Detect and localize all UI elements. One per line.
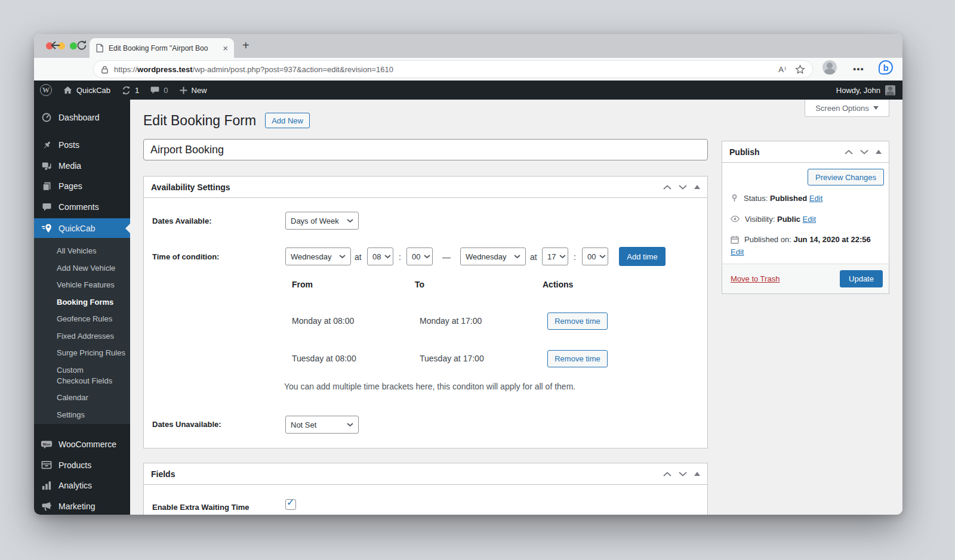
media-icon [41, 160, 53, 171]
move-to-trash-link[interactable]: Move to Trash [731, 274, 780, 283]
chevron-down-icon [424, 255, 430, 259]
to-hour-select[interactable]: 17 [542, 247, 568, 265]
chevron-down-icon [514, 255, 520, 259]
published-on-label: Published on: [744, 235, 791, 244]
sidebar-item-analytics[interactable]: Analytics [34, 475, 130, 496]
range-separator: — [442, 252, 451, 262]
updates-menu[interactable]: 1 [116, 81, 144, 100]
move-up-icon[interactable] [663, 472, 671, 477]
sidebar-label: Media [58, 161, 81, 171]
preview-changes-button[interactable]: Preview Changes [808, 169, 884, 185]
edit-status-link[interactable]: Edit [809, 194, 822, 203]
screen-options-tab[interactable]: Screen Options [805, 100, 889, 117]
sidebar-item-comments[interactable]: Comments [34, 197, 130, 217]
at-label: at [530, 252, 537, 262]
panel-header: Fields [144, 463, 707, 485]
sidebar-label: Posts [58, 140, 79, 150]
address-bar[interactable]: https://wordpress.test/wp-admin/post.php… [94, 61, 812, 78]
dates-available-select[interactable]: Days of Week [285, 212, 359, 230]
colon-separator: : [574, 252, 576, 262]
bing-discover-icon[interactable]: b [879, 60, 893, 75]
time-row-from: Monday at 08:00 [292, 316, 354, 326]
submenu-vehicle-features[interactable]: Vehicle Features [34, 280, 130, 290]
sidebar-item-products[interactable]: Products [34, 455, 130, 475]
sidebar-label: Marketing [58, 502, 95, 511]
extra-waiting-checkbox[interactable]: ✓ [285, 499, 296, 510]
sidebar-item-quickcab[interactable]: QuickCab [34, 218, 130, 238]
plus-icon [179, 86, 188, 95]
submenu-surge-pricing-rules[interactable]: Surge Pricing Rules [34, 348, 130, 358]
dates-unavailable-label: Dates Unavailable: [152, 420, 221, 429]
url-text: https://wordpress.test/wp-admin/post.php… [114, 65, 770, 74]
submenu-custom-checkout-fields[interactable]: Custom Checkout Fields [34, 365, 130, 386]
new-content-menu[interactable]: New [174, 81, 212, 100]
browser-tab[interactable]: Edit Booking Form "Airport Boo × [90, 38, 234, 58]
comments-menu[interactable]: 0 [144, 81, 173, 100]
published-on-text: Published on: Jun 14, 2020 at 22:56 [744, 235, 871, 244]
wordpress-logo-icon: W [40, 84, 52, 96]
site-name-menu[interactable]: QuickCab [57, 81, 116, 100]
collapse-toggle-icon[interactable] [694, 185, 700, 189]
move-up-icon[interactable] [845, 150, 853, 154]
new-tab-button[interactable]: + [242, 39, 249, 52]
submenu-booking-forms[interactable]: Booking Forms [34, 297, 130, 308]
submenu-geofence-rules[interactable]: Geofence Rules [34, 314, 130, 324]
browser-tab-strip: Edit Booking Form "Airport Boo × + [34, 34, 902, 58]
post-title-input[interactable] [143, 139, 708, 160]
edit-visibility-link[interactable]: Edit [803, 215, 816, 224]
sidebar-label: QuickCab [58, 224, 95, 233]
move-down-icon[interactable] [679, 472, 687, 477]
browser-menu-icon[interactable]: •••↑ [853, 64, 902, 74]
sidebar-item-media[interactable]: Media [34, 156, 130, 176]
user-avatar [885, 85, 895, 95]
edit-published-link[interactable]: Edit [731, 247, 744, 256]
browser-profile-avatar[interactable] [822, 60, 837, 75]
sidebar-item-posts[interactable]: Posts [34, 135, 130, 155]
submenu-add-new-vehicle[interactable]: Add New Vehicle [34, 263, 130, 274]
dates-unavailable-select[interactable]: Not Set [285, 416, 359, 434]
from-minute-select[interactable]: 00 [406, 247, 433, 265]
remove-time-button[interactable]: Remove time [547, 350, 608, 367]
to-minute-select[interactable]: 00 [582, 247, 608, 265]
panel-header: Publish [722, 141, 889, 163]
wp-logo-menu[interactable]: W [34, 81, 57, 100]
publish-panel: Publish Preview Changes Status: Publishe… [722, 141, 889, 294]
submenu-calendar[interactable]: Calendar [34, 392, 130, 403]
selected-value: Wednesday [466, 252, 506, 261]
from-day-select[interactable]: Wednesday [285, 247, 351, 265]
chevron-down-icon [384, 255, 391, 259]
collapse-toggle-icon[interactable] [694, 472, 700, 476]
back-icon[interactable] [50, 39, 61, 51]
time-brackets-note: You can add multiple time brackets here,… [284, 382, 575, 391]
add-new-button[interactable]: Add New [265, 113, 310, 128]
tab-close-icon[interactable]: × [223, 44, 228, 52]
selected-value: Wednesday [291, 252, 331, 261]
move-down-icon[interactable] [860, 150, 868, 154]
remove-time-button[interactable]: Remove time [547, 313, 608, 330]
sidebar-item-pages[interactable]: Pages [34, 176, 130, 196]
update-button[interactable]: Update [840, 270, 883, 287]
selected-value: Days of Week [291, 216, 339, 225]
sidebar-item-marketing[interactable]: Marketing [34, 496, 130, 515]
to-day-select[interactable]: Wednesday [460, 247, 526, 265]
submenu-settings[interactable]: Settings [34, 410, 130, 420]
submenu-all-vehicles[interactable]: All Vehicles [34, 246, 130, 256]
sidebar-item-woocommerce[interactable]: Woo WooCommerce [34, 434, 130, 454]
move-up-icon[interactable] [663, 185, 671, 190]
read-aloud-icon[interactable]: A⁾ [778, 65, 787, 74]
add-time-button[interactable]: Add time [619, 247, 666, 266]
comments-icon [41, 202, 53, 212]
reload-icon[interactable] [76, 39, 88, 51]
submenu-fixed-addresses[interactable]: Fixed Addresses [34, 331, 130, 342]
sidebar-item-dashboard[interactable]: Dashboard [34, 107, 130, 128]
collapse-toggle-icon[interactable] [876, 150, 882, 154]
favorite-star-icon[interactable] [795, 64, 805, 75]
from-hour-select[interactable]: 08 [367, 247, 393, 265]
chevron-down-icon [873, 106, 879, 110]
account-menu[interactable]: Howdy, John [836, 85, 902, 95]
move-down-icon[interactable] [679, 185, 687, 190]
selected-value: 00 [587, 252, 596, 261]
checkmark-icon: ✓ [286, 497, 294, 508]
lock-icon[interactable] [101, 65, 109, 74]
quickcab-submenu: All Vehicles Add New Vehicle Vehicle Fea… [34, 238, 130, 424]
